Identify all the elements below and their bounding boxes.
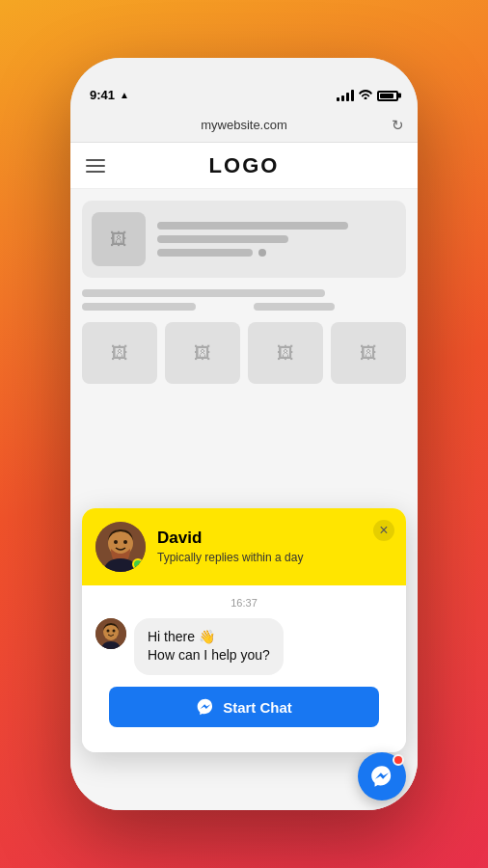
image-icon: 🖼 (110, 230, 127, 250)
hamburger-icon[interactable] (86, 159, 105, 173)
image-icon-2: 🖼 (194, 343, 211, 364)
chat-header: David Typically replies within a day × (82, 508, 406, 585)
battery-icon (377, 91, 398, 101)
hero-text (157, 222, 396, 257)
status-bar: 9:41 ▲ (70, 58, 418, 108)
phone-frame: 9:41 ▲ mywebsite.com ↻ (70, 58, 418, 810)
image-icon-4: 🖼 (360, 343, 377, 364)
start-chat-label: Start Chat (223, 699, 292, 716)
fab-notification-dot (393, 754, 404, 766)
svg-point-2 (114, 540, 118, 544)
online-indicator (132, 558, 144, 570)
hero-image: 🖼 (92, 212, 146, 266)
wifi-icon (359, 89, 372, 102)
messenger-icon (196, 697, 215, 717)
hero-section: 🖼 (82, 201, 406, 278)
browser-url: mywebsite.com (201, 118, 287, 132)
start-chat-button[interactable]: Start Chat (109, 687, 379, 727)
grid-item-4: 🖼 (331, 322, 406, 384)
message-avatar-face (95, 618, 126, 649)
grid-item-2: 🖼 (165, 322, 240, 384)
chat-widget: David Typically replies within a day × 1… (82, 508, 406, 752)
status-time: 9:41 ▲ (90, 88, 129, 102)
signal-icon (337, 90, 354, 101)
site-logo: LOGO (209, 153, 280, 178)
agent-avatar (95, 522, 146, 572)
messenger-fab-button[interactable] (358, 752, 406, 800)
close-button[interactable]: × (373, 520, 394, 541)
grid-section: 🖼 🖼 🖼 🖼 (82, 322, 406, 384)
reload-icon[interactable]: ↻ (392, 117, 404, 134)
svg-point-7 (113, 629, 116, 632)
svg-point-3 (123, 540, 127, 544)
message-row: Hi there 👋 How can I help you? (95, 618, 393, 675)
image-icon-1: 🖼 (111, 343, 128, 364)
message-timestamp: 16:37 (95, 597, 393, 609)
content-lines (82, 289, 406, 311)
grid-item-1: 🖼 (82, 322, 157, 384)
agent-name: David (157, 529, 303, 548)
image-icon-3: 🖼 (277, 343, 294, 364)
chat-header-info: David Typically replies within a day (157, 529, 303, 564)
agent-status: Typically replies within a day (157, 551, 303, 564)
browser-bar: mywebsite.com ↻ (70, 108, 418, 143)
chat-body: 16:37 (82, 585, 406, 752)
grid-item-3: 🖼 (248, 322, 323, 384)
message-text: Hi there 👋 How can I help you? (148, 628, 270, 665)
status-icons (337, 89, 398, 102)
message-bubble: Hi there 👋 How can I help you? (134, 618, 284, 675)
message-avatar (95, 618, 126, 649)
site-nav: LOGO (70, 143, 418, 189)
svg-point-6 (107, 629, 110, 632)
website-content: LOGO 🖼 (70, 143, 418, 810)
fab-messenger-icon (369, 764, 394, 789)
